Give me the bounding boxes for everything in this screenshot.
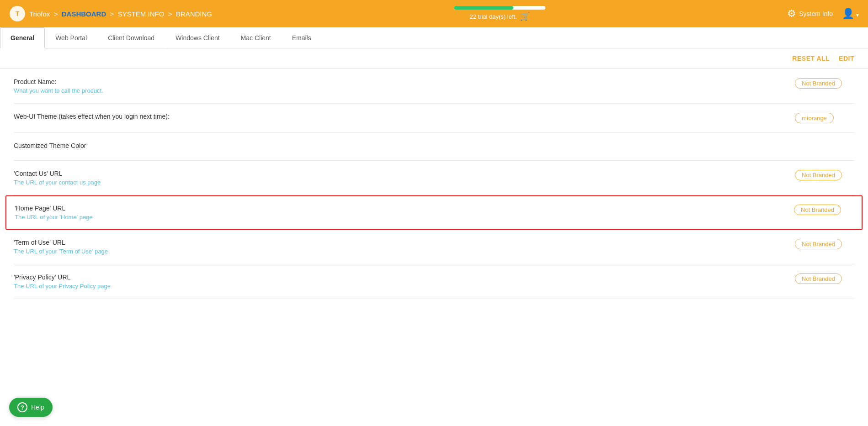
triofox-logo: T — [9, 5, 26, 22]
field-row-contact-us-url: 'Contact Us' URLThe URL of your contact … — [14, 161, 854, 195]
content-area: Product Name:What you want to call the p… — [0, 69, 868, 299]
gear-icon: ⚙ — [787, 8, 796, 20]
tab-general[interactable]: General — [0, 27, 45, 48]
field-info-customized-theme-color: Customized Theme Color — [14, 142, 854, 151]
cart-icon[interactable]: 🛒 — [520, 11, 530, 21]
header: T Triofox > DASHBOARD > SYSTEM INFO > BR… — [0, 0, 868, 27]
field-value-home-page-url: Not Branded — [794, 205, 853, 215]
breadcrumb-dashboard[interactable]: DASHBOARD — [62, 10, 107, 18]
field-label-home-page-url: 'Home Page' URL — [15, 205, 785, 212]
tab-emails[interactable]: Emails — [282, 27, 322, 48]
badge-home-page-url: Not Branded — [794, 205, 841, 215]
field-row-product-name: Product Name:What you want to call the p… — [14, 69, 854, 104]
breadcrumb-brand: Triofox — [29, 10, 50, 18]
badge-privacy-policy-url: Not Branded — [795, 273, 842, 284]
field-row-privacy-policy-url: 'Privacy Policy' URLThe URL of your Priv… — [14, 264, 854, 299]
user-menu[interactable]: 👤 ▾ — [842, 8, 859, 20]
field-desc-home-page-url: The URL of your 'Home' page — [15, 214, 785, 221]
field-value-contact-us-url: Not Branded — [795, 170, 854, 180]
breadcrumb: Triofox > DASHBOARD > SYSTEM INFO > BRAN… — [29, 10, 212, 18]
edit-button[interactable]: EDIT — [839, 55, 854, 62]
field-value-product-name: Not Branded — [795, 78, 854, 89]
field-value-term-of-use-url: Not Branded — [795, 239, 854, 249]
system-info-label: System Info — [799, 10, 833, 17]
field-desc-contact-us-url: The URL of your contact us page — [14, 179, 786, 186]
field-info-web-ui-theme: Web-UI Theme (takes effect when you logi… — [14, 113, 786, 122]
trial-info: 22 trial day(s) left. 🛒 — [469, 11, 529, 21]
field-row-web-ui-theme: Web-UI Theme (takes effect when you logi… — [14, 104, 854, 133]
field-value-web-ui-theme: mtorange — [795, 113, 854, 123]
badge-term-of-use-url: Not Branded — [795, 239, 842, 249]
tab-mac-client[interactable]: Mac Client — [230, 27, 282, 48]
field-info-product-name: Product Name:What you want to call the p… — [14, 78, 786, 94]
header-center: 22 trial day(s) left. 🛒 — [454, 6, 545, 21]
breadcrumb-sysinfo: SYSTEM INFO — [118, 10, 165, 18]
field-desc-product-name: What you want to call the product. — [14, 87, 786, 94]
field-row-home-page-url: 'Home Page' URLThe URL of your 'Home' pa… — [5, 195, 863, 230]
field-label-web-ui-theme: Web-UI Theme (takes effect when you logi… — [14, 113, 786, 120]
trial-text: 22 trial day(s) left. — [469, 13, 517, 20]
system-info-button[interactable]: ⚙ System Info — [787, 8, 833, 20]
header-right: ⚙ System Info 👤 ▾ — [787, 8, 859, 20]
field-label-customized-theme-color: Customized Theme Color — [14, 142, 854, 149]
progress-bar-fill — [454, 6, 513, 10]
field-info-privacy-policy-url: 'Privacy Policy' URLThe URL of your Priv… — [14, 273, 786, 289]
chevron-down-icon: ▾ — [856, 12, 859, 18]
tabs-bar: GeneralWeb PortalClient DownloadWindows … — [0, 27, 868, 48]
breadcrumb-branding: BRANDING — [176, 10, 212, 18]
field-row-term-of-use-url: 'Term of Use' URLThe URL of your 'Term o… — [14, 230, 854, 264]
field-label-privacy-policy-url: 'Privacy Policy' URL — [14, 273, 786, 281]
header-left: T Triofox > DASHBOARD > SYSTEM INFO > BR… — [9, 5, 212, 22]
tab-client-download[interactable]: Client Download — [97, 27, 165, 48]
field-row-customized-theme-color: Customized Theme Color — [14, 133, 854, 161]
user-icon: 👤 — [842, 8, 854, 19]
field-label-contact-us-url: 'Contact Us' URL — [14, 170, 786, 177]
badge-web-ui-theme: mtorange — [795, 113, 834, 123]
progress-bar-container — [454, 6, 545, 10]
field-desc-privacy-policy-url: The URL of your Privacy Policy page — [14, 283, 786, 289]
reset-all-button[interactable]: RESET ALL — [792, 55, 830, 62]
field-info-term-of-use-url: 'Term of Use' URLThe URL of your 'Term o… — [14, 239, 786, 255]
tab-web-portal[interactable]: Web Portal — [45, 27, 97, 48]
tab-windows-client[interactable]: Windows Client — [165, 27, 230, 48]
field-label-product-name: Product Name: — [14, 78, 786, 85]
field-label-term-of-use-url: 'Term of Use' URL — [14, 239, 786, 246]
field-info-contact-us-url: 'Contact Us' URLThe URL of your contact … — [14, 170, 786, 186]
field-desc-term-of-use-url: The URL of your 'Term of Use' page — [14, 248, 786, 255]
toolbar: RESET ALL EDIT — [0, 48, 868, 69]
badge-product-name: Not Branded — [795, 78, 842, 89]
field-value-privacy-policy-url: Not Branded — [795, 273, 854, 284]
badge-contact-us-url: Not Branded — [795, 170, 842, 180]
svg-text:T: T — [16, 10, 20, 17]
field-info-home-page-url: 'Home Page' URLThe URL of your 'Home' pa… — [15, 205, 785, 221]
